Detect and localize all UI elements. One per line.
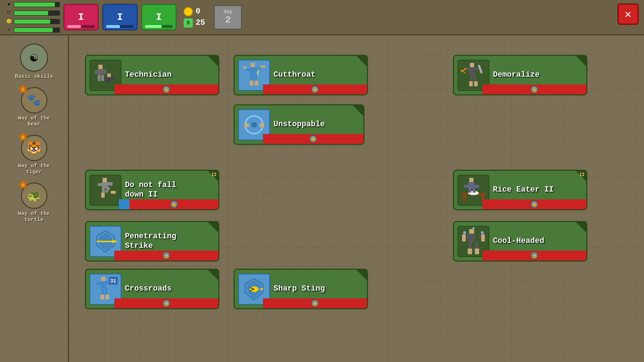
unstoppable-lock-icon: 🔒 bbox=[309, 135, 317, 143]
morale-bar-bg bbox=[14, 19, 60, 24]
svg-rect-87 bbox=[105, 288, 108, 294]
sidebar: ☯ Basic skills 🔒 🐾 Way of thebear 🔒 🐯 Wa… bbox=[0, 35, 69, 362]
do-not-fall-lock-bar: 🔒 bbox=[130, 199, 218, 209]
sidebar-item-bear[interactable]: 🔒 🐾 Way of thebear bbox=[4, 84, 64, 130]
svg-rect-82 bbox=[101, 277, 105, 281]
face-icon: 😐 bbox=[5, 18, 12, 25]
svg-rect-20 bbox=[104, 77, 107, 81]
skill-card-demoralize[interactable]: Demoralize 🔒 bbox=[453, 55, 587, 95]
unstoppable-name: Unstoppable bbox=[274, 120, 360, 129]
rice-eater-lock-icon: 🔒 bbox=[530, 200, 538, 208]
cool-headed-lock-bar: 🔒 bbox=[482, 251, 586, 261]
sidebar-item-turtle[interactable]: 🔒 🐢 Way of theturtle bbox=[4, 180, 64, 226]
svg-rect-12 bbox=[98, 65, 103, 69]
svg-rect-22 bbox=[251, 63, 255, 67]
svg-rect-21 bbox=[111, 76, 114, 80]
svg-rect-69 bbox=[469, 229, 474, 234]
svg-rect-77 bbox=[468, 249, 472, 254]
lightning-icon: ⚡ bbox=[5, 27, 12, 34]
skill-card-cool-headed[interactable]: Cool-Headed 🔒 bbox=[453, 221, 587, 262]
svg-rect-30 bbox=[250, 81, 253, 86]
svg-rect-29 bbox=[254, 74, 257, 81]
svg-rect-56 bbox=[469, 178, 473, 182]
svg-rect-59 bbox=[474, 185, 479, 188]
token-pink[interactable]: I bbox=[63, 4, 99, 30]
svg-rect-16 bbox=[98, 75, 100, 81]
svg-rect-73 bbox=[462, 234, 466, 241]
heart-icon: ❤️ bbox=[5, 1, 12, 8]
sharp-sting-name: Sharp Sting bbox=[274, 284, 363, 293]
dollar-amount: 25 bbox=[196, 18, 205, 27]
svg-rect-28 bbox=[251, 74, 253, 81]
svg-rect-78 bbox=[475, 249, 479, 254]
skill-card-sharp-sting[interactable]: Sharp Sting 🔒 bbox=[234, 269, 368, 309]
demoralize-name: Demoralize bbox=[493, 70, 583, 80]
health-bar-fill bbox=[14, 2, 55, 7]
svg-point-47 bbox=[251, 122, 257, 128]
svg-rect-86 bbox=[101, 288, 104, 294]
svg-rect-45 bbox=[244, 123, 249, 127]
token-green[interactable]: I bbox=[141, 4, 177, 30]
svg-rect-14 bbox=[95, 70, 98, 74]
svg-rect-38 bbox=[470, 75, 473, 81]
sharp-sting-lock-icon: 🔒 bbox=[311, 299, 319, 307]
svg-marker-68 bbox=[113, 240, 118, 243]
svg-rect-74 bbox=[481, 234, 485, 241]
skill-card-rice-eater[interactable]: II Rice Eater II bbox=[453, 170, 587, 210]
svg-rect-50 bbox=[98, 183, 102, 186]
skill-card-penetrating-strike[interactable]: Penetrating Strike 🔒 bbox=[85, 221, 219, 262]
stat-row-4: ⚡ bbox=[5, 27, 60, 34]
unstoppable-lock-bar: 🔒 bbox=[263, 134, 363, 144]
yin-yang-icon: ☯ bbox=[20, 43, 48, 72]
skill-card-unstoppable[interactable]: Unstoppable 🔒 bbox=[234, 104, 364, 145]
crossroads-name: Crossroads bbox=[125, 284, 215, 293]
close-button[interactable]: ✕ bbox=[617, 4, 639, 25]
skill-card-technician[interactable]: Technician 🔒 bbox=[85, 55, 219, 95]
svg-rect-26 bbox=[243, 66, 246, 69]
svg-rect-23 bbox=[250, 67, 255, 74]
dollar-icon: $ bbox=[184, 18, 193, 28]
penetrating-strike-lock-bar: 🔒 bbox=[114, 251, 218, 261]
do-not-fall-name: Do not fall down II bbox=[125, 181, 215, 199]
svg-rect-70 bbox=[468, 234, 475, 241]
crossroads-lock-bar: 🔒 bbox=[114, 298, 218, 308]
token-blue-bar bbox=[106, 25, 134, 28]
armor-bar-bg bbox=[14, 11, 60, 16]
skill-card-crossroads[interactable]: 31 Crossroads 🔒 bbox=[85, 269, 219, 309]
health-bar-bg bbox=[14, 2, 60, 7]
svg-rect-58 bbox=[464, 185, 468, 188]
svg-rect-40 bbox=[469, 81, 473, 86]
svg-point-80 bbox=[481, 231, 484, 234]
rice-eater-name: Rice Eater II bbox=[493, 185, 583, 194]
svg-rect-48 bbox=[103, 178, 107, 182]
day-badge: day 2 bbox=[214, 5, 242, 30]
turtle-lock-icon: 🔒 bbox=[19, 181, 27, 188]
svg-point-79 bbox=[463, 231, 466, 234]
stat-row-1: ❤️ bbox=[5, 1, 60, 8]
stat-row-3: 😐 bbox=[5, 18, 60, 25]
cutthroat-name: Cutthroat bbox=[274, 70, 363, 80]
bear-label: Way of thebear bbox=[18, 115, 50, 127]
sidebar-item-basic-skills[interactable]: ☯ Basic skills bbox=[4, 41, 64, 82]
sidebar-item-tiger[interactable]: 🔒 🐯 Way of thetiger bbox=[4, 132, 64, 178]
cool-headed-lock-icon: 🔒 bbox=[530, 252, 538, 259]
svg-rect-17 bbox=[101, 75, 104, 81]
token-green-label: I bbox=[156, 12, 162, 23]
do-not-fall-icon bbox=[90, 175, 121, 206]
svg-rect-61 bbox=[463, 195, 466, 202]
svg-rect-55 bbox=[111, 191, 116, 194]
svg-point-81 bbox=[472, 227, 475, 229]
token-blue[interactable]: I bbox=[102, 4, 138, 30]
basic-skills-label: Basic skills bbox=[15, 74, 53, 80]
skill-card-cutthroat[interactable]: Cutthroat 🔒 bbox=[234, 55, 368, 95]
do-not-fall-roman: II bbox=[212, 173, 217, 177]
svg-rect-27 bbox=[260, 65, 265, 68]
skill-card-do-not-fall[interactable]: II Do not fall down II 🔒 bbox=[85, 170, 219, 210]
svg-rect-18 bbox=[107, 74, 111, 77]
technician-name: Technician bbox=[125, 70, 215, 80]
svg-rect-57 bbox=[468, 182, 474, 188]
token-green-bar bbox=[145, 25, 173, 28]
penetrating-strike-name: Penetrating Strike bbox=[125, 232, 215, 251]
energy-bar-bg bbox=[14, 28, 60, 33]
svg-rect-49 bbox=[102, 182, 108, 188]
